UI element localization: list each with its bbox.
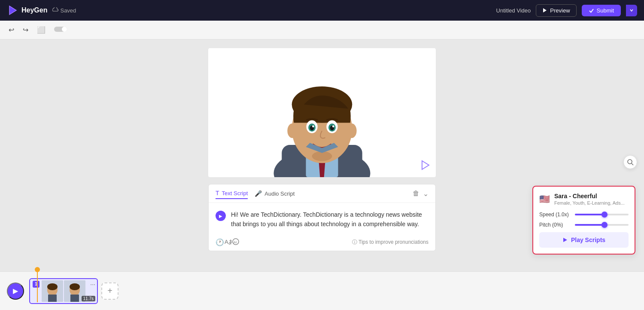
translate-button[interactable]: Aあ <box>224 238 232 247</box>
submit-button[interactable]: Submit <box>582 5 621 16</box>
timeline: ▶ 1 <box>0 271 644 310</box>
voice-header: 🇺🇸 Sara - Cheerful Female, Youth, E-Lear… <box>539 193 629 206</box>
add-clip-button[interactable]: + <box>101 282 118 300</box>
top-nav: HeyGen Saved Untitled Video Preview Subm… <box>0 0 644 21</box>
voice-panel: 🇺🇸 Sara - Cheerful Female, Youth, E-Lear… <box>532 186 635 255</box>
voice-info: Sara - Cheerful Female, Youth, E-Learnin… <box>554 193 629 206</box>
preview-button[interactable]: Preview <box>536 4 576 17</box>
clip-duration: 11.7s <box>82 296 95 301</box>
svg-point-32 <box>47 283 58 290</box>
chevron-down-icon <box>629 8 634 12</box>
toolbar: ↩ ↪ ⬜ <box>0 21 644 40</box>
svg-text:Aあ: Aあ <box>225 239 232 245</box>
timeline-marker-head <box>35 267 40 272</box>
zoom-button[interactable] <box>623 155 637 169</box>
svg-line-39 <box>632 163 633 165</box>
undo-button[interactable]: ↩ <box>7 24 16 36</box>
svg-point-23 <box>347 123 357 138</box>
timeline-play-button[interactable]: ▶ <box>7 282 24 300</box>
flag-icon: 🇺🇸 <box>539 194 550 204</box>
ai-icon: AI <box>232 238 240 246</box>
video-title: Untitled Video <box>496 7 531 14</box>
play-icon-small <box>542 8 547 13</box>
svg-point-36 <box>70 283 80 290</box>
svg-marker-0 <box>9 6 16 15</box>
clip-menu-button[interactable]: ··· <box>90 281 95 288</box>
search-icon <box>627 159 634 166</box>
tips-label: ⓘ Tips to improve pronunciations <box>352 239 428 246</box>
speed-fill <box>575 214 605 215</box>
svg-marker-29 <box>563 238 567 242</box>
screen-button[interactable]: ⬜ <box>35 24 47 36</box>
saved-label: Saved <box>60 7 76 14</box>
audio-script-tab[interactable]: 🎤 Audio Script <box>255 188 295 199</box>
speed-slider-row: Speed (1.0x) <box>539 212 629 218</box>
timeline-clip[interactable]: 1 <box>29 278 98 304</box>
toggle-icon <box>54 25 67 33</box>
svg-rect-37 <box>70 295 79 302</box>
main-content: T Text Script 🎤 Audio Script 🗑 ⌄ ▶ Hi! W… <box>0 40 644 310</box>
svg-marker-25 <box>422 161 429 169</box>
svg-point-4 <box>62 27 67 32</box>
script-actions: 🕐 Aあ AI ⓘ Tips to improve pronunciations <box>209 236 435 251</box>
nav-left: HeyGen Saved <box>7 4 76 16</box>
play-script-inline-button[interactable]: ▶ <box>216 211 226 221</box>
play-scripts-button[interactable]: Play Scripts <box>539 232 629 248</box>
clip-thumb-avatar-1 <box>42 280 63 302</box>
svg-point-20 <box>332 126 334 128</box>
svg-marker-2 <box>543 8 547 12</box>
expand-script-button[interactable]: ⌄ <box>423 190 428 198</box>
script-toolbar-right: 🗑 ⌄ <box>413 190 428 198</box>
speed-track <box>575 214 629 215</box>
cloud-icon <box>52 7 58 13</box>
canvas-area: T Text Script 🎤 Audio Script 🗑 ⌄ ▶ Hi! W… <box>0 40 644 310</box>
avatar-image <box>208 48 436 177</box>
timeline-track: 1 <box>29 278 118 304</box>
heygen-logo-icon <box>7 4 19 16</box>
check-icon <box>589 8 594 13</box>
pitch-slider-row: Pitch (0%) <box>539 222 629 228</box>
script-panel: T Text Script 🎤 Audio Script 🗑 ⌄ ▶ Hi! W… <box>208 184 436 251</box>
svg-point-38 <box>628 160 632 164</box>
heygen-logo: HeyGen <box>7 4 47 16</box>
svg-point-22 <box>287 123 297 138</box>
nav-right: Untitled Video Preview Submit <box>496 4 637 17</box>
pitch-thumb[interactable] <box>601 222 608 228</box>
translate-icon: Aあ <box>224 238 232 246</box>
redo-button[interactable]: ↪ <box>21 24 30 36</box>
text-icon: T <box>216 190 219 196</box>
svg-rect-33 <box>48 295 57 302</box>
clock-button[interactable]: 🕐 <box>216 238 224 246</box>
timeline-marker <box>37 270 38 302</box>
pitch-fill <box>575 224 605 226</box>
clip-number: 1 <box>33 281 39 288</box>
heygen-watermark <box>420 160 431 172</box>
delete-script-button[interactable]: 🗑 <box>413 190 419 198</box>
text-script-tab[interactable]: T Text Script <box>216 188 248 199</box>
script-tabs: T Text Script 🎤 Audio Script 🗑 ⌄ <box>209 184 435 203</box>
speed-label: Speed (1.0x) <box>539 212 571 218</box>
script-content: ▶ Hi! We are TechDictionary. TechDiction… <box>209 203 435 236</box>
heygen-logo-text: HeyGen <box>21 6 47 14</box>
play-scripts-icon <box>562 237 568 242</box>
ai-button[interactable]: AI <box>232 238 240 247</box>
video-canvas <box>208 48 436 177</box>
saved-badge: Saved <box>52 7 76 14</box>
mic-icon: 🎤 <box>255 190 262 197</box>
pitch-track <box>575 224 629 226</box>
pitch-label: Pitch (0%) <box>539 222 571 228</box>
speed-thumb[interactable] <box>601 212 608 218</box>
script-text: Hi! We are TechDictionary. TechDictionar… <box>231 210 428 229</box>
submit-dropdown-button[interactable] <box>626 5 637 16</box>
voice-name: Sara - Cheerful <box>554 193 629 200</box>
svg-point-19 <box>312 126 314 128</box>
svg-text:AI: AI <box>234 240 237 244</box>
voice-tags: Female, Youth, E-Learning, Ads... <box>554 200 629 206</box>
toggle-button[interactable] <box>52 24 69 37</box>
clip-thumb-1 <box>42 280 63 302</box>
